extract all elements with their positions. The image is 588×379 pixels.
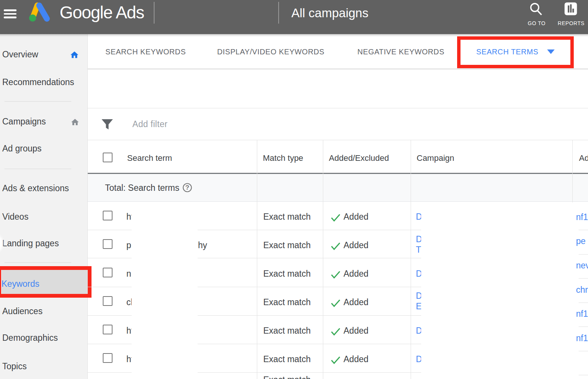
svg-text:?: ?	[185, 184, 189, 191]
